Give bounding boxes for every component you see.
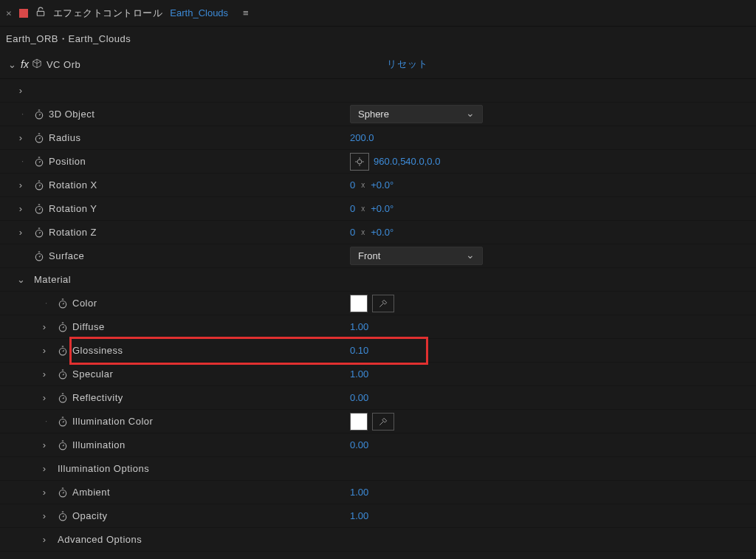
prop-row-illumination-options[interactable]: › Illumination Options [0,457,756,481]
close-panel-button[interactable]: × [6,7,12,18]
chevron-right-icon[interactable]: › [12,85,30,96]
glossiness-value[interactable]: 0.10 [350,345,368,356]
panel-title: エフェクトコントロール [53,7,163,20]
keyframe-dot[interactable]: · [16,110,30,118]
prop-label: Illumination Options [53,463,149,474]
prop-row-opacity: › Opacity 1.00 [0,504,756,528]
rotx-deg[interactable]: +0.0° [371,179,394,191]
illumination-value[interactable]: 0.00 [350,439,368,450]
prop-label: Position [49,156,350,167]
prop-label: 3D Object [49,109,350,120]
stopwatch-icon[interactable] [53,298,72,309]
prop-label: Glossiness [72,345,350,356]
chevron-right-icon[interactable]: › [12,203,30,214]
prop-row-surface: Surface Front [0,244,756,268]
reflectivity-value[interactable]: 0.00 [350,392,368,403]
svg-point-7 [35,230,42,236]
breadcrumb: Earth_ORB・Earth_Clouds [0,27,756,55]
prop-row-illumination: › Illumination 0.00 [0,433,756,457]
material-group-label: Material [30,274,71,285]
lock-open-icon[interactable] [35,7,46,19]
prop-label: Opacity [72,510,350,521]
effect-header: ⌄ fx VC Orb リセット [0,55,756,79]
opacity-value[interactable]: 1.00 [350,510,368,521]
chevron-right-icon[interactable]: › [35,487,53,498]
stopwatch-icon[interactable] [53,487,72,498]
roty-revs[interactable]: 0 [350,203,355,214]
active-layer-link[interactable]: Earth_Clouds [170,7,228,18]
stopwatch-icon[interactable] [30,157,49,167]
eyedropper-icon[interactable] [372,413,394,431]
chevron-right-icon[interactable]: › [35,463,53,474]
chevron-right-icon[interactable]: › [35,368,53,380]
prop-row-reflectivity: › Reflectivity 0.00 [0,386,756,410]
chevron-right-icon[interactable]: › [35,534,53,545]
chevron-down-icon[interactable]: ⌄ [12,274,30,285]
rotz-revs[interactable]: 0 [350,227,355,238]
stopwatch-icon[interactable] [30,204,49,214]
3d-object-dropdown[interactable]: Sphere [350,105,483,123]
stopwatch-icon[interactable] [53,346,72,356]
stopwatch-icon[interactable] [30,180,49,191]
chevron-right-icon[interactable]: › [35,345,53,356]
spacer [16,252,30,260]
eyedropper-icon[interactable] [372,295,394,312]
chevron-right-icon[interactable]: › [35,439,53,450]
prop-row-rotation-y: › Rotation Y 0x+0.0° [0,197,756,221]
stopwatch-icon[interactable] [30,109,49,120]
prop-label: Reflectivity [72,392,350,403]
stopwatch-icon[interactable] [30,227,49,238]
rot-sep: x [360,205,366,213]
position-picker-icon[interactable] [350,153,369,171]
keyframe-dot[interactable]: · [39,417,53,425]
rotx-revs[interactable]: 0 [350,179,355,191]
svg-point-9 [59,301,66,307]
prop-label: Illumination Color [72,416,350,427]
panel-header: × エフェクトコントロール Earth_Clouds ≡ [0,0,756,27]
reset-link[interactable]: リセット [387,58,753,71]
prop-row-illumination-color: · Illumination Color [0,410,756,433]
fx-icon[interactable]: fx [21,58,29,70]
radius-value[interactable]: 200.0 [350,132,374,143]
keyframe-dot[interactable]: · [39,299,53,307]
material-group-row[interactable]: ⌄ Material [0,268,756,292]
ambient-value[interactable]: 1.00 [350,487,368,498]
specular-value[interactable]: 1.00 [350,368,368,380]
stopwatch-icon[interactable] [53,369,72,380]
effect-name: VC Orb [47,59,80,70]
stopwatch-icon[interactable] [53,322,72,332]
prop-row-advanced-options[interactable]: › Advanced Options [0,528,756,552]
roty-deg[interactable]: +0.0° [371,203,394,214]
chevron-right-icon[interactable]: › [12,179,30,191]
chevron-right-icon[interactable]: › [12,132,30,143]
blank-row: › [0,79,756,103]
position-value[interactable]: 960.0,540.0,0.0 [374,156,440,167]
color-swatch[interactable] [350,295,368,312]
svg-point-8 [35,253,42,260]
chevron-right-icon[interactable]: › [35,510,53,521]
stopwatch-icon[interactable] [53,416,72,427]
keyframe-dot[interactable]: · [16,157,30,165]
rotz-deg[interactable]: +0.0° [371,227,394,238]
effect-collapse-chevron[interactable]: ⌄ [3,59,21,70]
diffuse-value[interactable]: 1.00 [350,321,368,332]
stopwatch-icon[interactable] [30,133,49,143]
color-swatch[interactable] [350,413,368,431]
prop-label: Diffuse [72,321,350,332]
svg-rect-0 [37,11,44,16]
stopwatch-icon[interactable] [53,393,72,403]
chevron-right-icon[interactable]: › [12,227,30,238]
prop-label: Color [72,298,350,309]
rot-sep: x [360,228,366,236]
chevron-right-icon[interactable]: › [35,321,53,332]
rot-sep: x [360,181,366,189]
panel-menu-icon[interactable]: ≡ [243,7,249,18]
surface-dropdown[interactable]: Front [350,247,483,265]
prop-row-radius: › Radius 200.0 [0,126,756,150]
prop-row-color: · Color [0,292,756,315]
stopwatch-icon[interactable] [30,251,49,261]
prop-label: Specular [72,368,350,380]
stopwatch-icon[interactable] [53,511,72,521]
stopwatch-icon[interactable] [53,440,72,450]
chevron-right-icon[interactable]: › [35,392,53,403]
